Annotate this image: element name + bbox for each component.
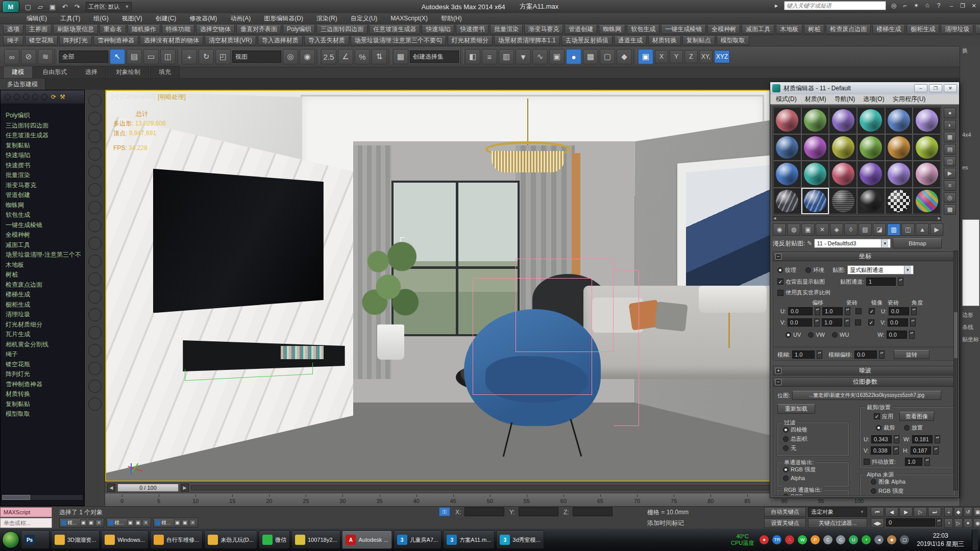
crop-radio[interactable] (876, 425, 881, 431)
material-swatch[interactable] (913, 188, 941, 215)
plugin-button[interactable]: 快速摆书 (456, 25, 488, 34)
material-swatch[interactable] (885, 107, 913, 134)
u-mirror-checkbox[interactable] (855, 308, 862, 314)
spinner[interactable]: ▴▾ (845, 307, 850, 315)
restore-icon[interactable]: ▣ (127, 519, 134, 526)
material-editor-titlebar[interactable]: 材质编辑器 - 11 - Default –❐✕ (770, 82, 959, 94)
bitmap-path-button[interactable]: ...董老师\新建文件夹\163522ks0kysssyzs5zoh7.jpg (792, 391, 941, 400)
floater-dot-icon[interactable] (41, 94, 47, 100)
rotate-button[interactable]: 旋转 (894, 350, 929, 359)
script-list-item[interactable]: 软包生成 (6, 210, 84, 220)
material-swatch[interactable] (913, 107, 941, 134)
script-list-item[interactable]: 橱柜生成 (6, 300, 84, 310)
create-tool-icon[interactable] (88, 147, 102, 161)
plugin-button[interactable]: 镂空花瓶 (25, 36, 58, 45)
redo-icon[interactable]: ↷ (71, 2, 83, 12)
mirror-icon[interactable]: ◧ (465, 49, 480, 64)
material-swatch[interactable] (801, 188, 829, 215)
u-offset-field[interactable]: 0.0 (788, 307, 813, 315)
material-swatch[interactable] (801, 134, 829, 161)
create-tool-icon[interactable] (88, 326, 102, 339)
plugin-button[interactable]: 管道创建 (565, 25, 597, 34)
material-id-channel-icon[interactable]: ◪ (873, 223, 886, 236)
place-radio[interactable] (904, 425, 910, 431)
minimize-button[interactable]: – (946, 2, 957, 10)
plugin-button[interactable]: 特殊功能 (162, 25, 194, 34)
script-list-item[interactable]: 灯光材质细分 (6, 320, 84, 330)
maxscript-mini-listener[interactable]: MAXScript (0, 507, 52, 517)
favorites-icon[interactable]: ☆ (923, 1, 932, 10)
play-button[interactable]: ▶ (899, 507, 913, 517)
create-tool-icon[interactable] (88, 344, 102, 357)
render-production-icon[interactable]: ◆ (617, 49, 632, 64)
plugin-button[interactable]: 导入选择材质 (258, 36, 303, 45)
taskbar-item-wechat[interactable]: 微信 (259, 531, 290, 549)
select-and-move-icon[interactable]: + (182, 49, 197, 64)
v-offset-field[interactable]: 0.0 (788, 318, 812, 327)
go-to-end-button[interactable]: ⏭ (928, 507, 941, 517)
save-icon[interactable]: ▣ (47, 2, 58, 12)
plugin-button[interactable]: 主界面 (25, 25, 52, 34)
add-time-tag-text[interactable]: 添加时间标记 (647, 519, 684, 528)
key-sign-in-icon[interactable]: ⌐ (900, 1, 910, 10)
swatch-hscrollbar[interactable]: ◀▶ (773, 216, 941, 221)
coordinates-rollout-header[interactable]: − 坐标 (773, 252, 958, 261)
close-icon[interactable]: ✕ (95, 519, 102, 526)
plugin-button[interactable]: 三边面转四边面 (316, 25, 368, 34)
menu-item[interactable]: 视图(V) (116, 13, 149, 24)
plugin-button[interactable]: 刷新场景信息 (53, 25, 98, 34)
minimized-render-window[interactable]: 模... ▣ ▣ ✕ (59, 518, 104, 528)
go-forward-to-sibling-icon[interactable]: ▶ (930, 223, 943, 236)
sample-type-sphere-icon[interactable]: ● (944, 108, 956, 118)
material-swatch[interactable] (913, 161, 941, 188)
plugin-button[interactable]: Poly编织 (283, 25, 315, 34)
current-frame-field[interactable]: 0 (886, 518, 935, 527)
scrollbar-thumb[interactable] (2, 495, 30, 500)
menu-item[interactable]: 修改器(M) (183, 13, 223, 24)
me-menu-item[interactable]: 导航(N) (831, 94, 859, 105)
headset-tray-icon[interactable]: C (823, 535, 832, 544)
plugin-button[interactable]: 楼梯生成 (872, 25, 905, 34)
assign-material-to-selection-icon[interactable]: ▣ (801, 223, 815, 236)
material-swatch[interactable] (885, 188, 913, 215)
spinner[interactable]: ▴▾ (911, 307, 917, 315)
blur-offset-field[interactable]: 0.0 (854, 350, 877, 359)
plugin-button[interactable]: 雪种制造神器 (93, 36, 138, 45)
map-type-button[interactable]: Bitmap (893, 238, 942, 248)
window-crossing-toggle-icon[interactable]: ◫ (160, 49, 176, 64)
ribbon-tab[interactable]: 填充 (150, 66, 180, 78)
select-by-name-icon[interactable]: ▤ (127, 49, 142, 64)
floater-dot-icon[interactable] (32, 94, 38, 100)
create-tool-icon[interactable] (88, 237, 102, 250)
script-list-item[interactable]: 全模种树 (6, 230, 84, 240)
record-tray-icon[interactable]: ● (760, 535, 769, 544)
toolbar-separator[interactable] (388, 49, 391, 64)
plugin-button[interactable]: 软包生成 (627, 25, 659, 34)
taskbar-item-laijin-folder[interactable]: 来劲儿玩(D... (204, 531, 257, 549)
scatter-tray-icon[interactable]: ∴ (785, 535, 794, 544)
search-input[interactable] (784, 1, 886, 10)
ribbon-tab[interactable]: 自由形式 (34, 66, 76, 78)
vw-radio[interactable] (808, 332, 814, 338)
script-list-item[interactable]: 任意坡顶生成器 (6, 131, 84, 141)
menu-item[interactable]: 组(G) (87, 13, 114, 24)
plugin-button[interactable]: 导入丢失材质 (304, 36, 349, 45)
material-swatch[interactable] (913, 134, 941, 161)
create-tool-icon[interactable] (88, 397, 102, 411)
menu-item[interactable]: MAXScript(X) (384, 14, 434, 23)
show-end-result-icon[interactable]: ◫ (901, 223, 915, 236)
alpha-radio[interactable] (783, 475, 789, 481)
spinner[interactable]: ▴▾ (879, 350, 885, 359)
plugin-button[interactable]: 批量渲染 (490, 25, 523, 34)
v-tile-checkbox[interactable]: ✓ (868, 319, 874, 325)
u-tiling-field[interactable]: 1.0 (822, 307, 843, 315)
taskbar-item-autodesk[interactable]: A Autodesk ... (342, 531, 391, 549)
show-desktop-button[interactable] (972, 530, 978, 550)
create-tool-icon[interactable] (88, 94, 102, 107)
close-icon[interactable]: ✕ (189, 519, 196, 526)
plugin-button[interactable]: 检查废点边面 (826, 25, 871, 34)
map-channel-field[interactable]: 1 (866, 278, 896, 286)
time-forward-arrow[interactable]: ▶ (181, 484, 189, 492)
y-coord-field[interactable] (519, 507, 558, 516)
me-menu-item[interactable]: 材质(M) (801, 94, 830, 105)
